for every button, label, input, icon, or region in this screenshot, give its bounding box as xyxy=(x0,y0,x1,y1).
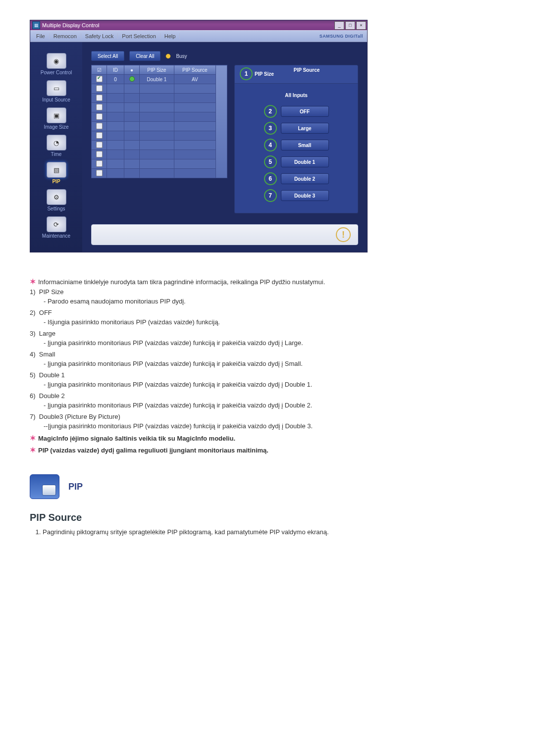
main-area: Select All Clear All Busy ☑ ID ● PIP Siz… xyxy=(82,42,367,252)
callout-4: 4 xyxy=(264,139,277,151)
brand-label: SAMSUNG DIGITall xyxy=(316,34,367,39)
time-icon: ◔ xyxy=(47,135,66,151)
option-small[interactable]: Small xyxy=(281,140,329,151)
table-row xyxy=(92,122,227,131)
table-row xyxy=(92,169,227,178)
col-check[interactable]: ☑ xyxy=(92,65,107,75)
table-row xyxy=(92,131,227,141)
col-pip-source: PIP Source xyxy=(174,65,215,75)
select-all-button[interactable]: Select All xyxy=(91,51,124,61)
menu-file[interactable]: File xyxy=(32,33,50,39)
sidebar: ◉ Power Control ▭ Input Source ▣ Image S… xyxy=(30,42,82,252)
table-row: 0 Double 1 AV xyxy=(92,75,227,84)
toolbar: Select All Clear All Busy xyxy=(91,51,358,61)
star-icon: ✶ xyxy=(30,446,36,454)
menubar: File Remocon Safety Lock Port Selection … xyxy=(30,30,367,42)
col-pip-size: PIP Size xyxy=(140,65,174,75)
sidebar-item-settings[interactable]: ⚙ Settings xyxy=(30,189,82,211)
sidebar-item-input-source[interactable]: ▭ Input Source xyxy=(30,80,82,102)
star-icon: ✶ xyxy=(30,277,36,286)
clear-all-button[interactable]: Clear All xyxy=(129,51,160,61)
warning-icon: ! xyxy=(336,227,351,242)
maximize-button[interactable]: □ xyxy=(345,21,355,30)
busy-indicator-icon xyxy=(165,53,171,59)
step-1: Pagrindinių piktogramų srityje spragtelė… xyxy=(43,528,505,536)
table-row xyxy=(92,94,227,103)
maintenance-icon: ⟳ xyxy=(47,216,66,232)
minimize-button[interactable]: _ xyxy=(334,21,344,30)
col-id: ID xyxy=(107,65,124,75)
image-size-icon: ▣ xyxy=(47,107,66,123)
option-off[interactable]: OFF xyxy=(281,106,329,117)
sidebar-item-pip[interactable]: ▧ PIP xyxy=(30,162,82,184)
right-panel: 1 PIP Size PIP Source All Inputs 2 OFF 3 xyxy=(234,65,358,213)
display-table: ☑ ID ● PIP Size PIP Source 0 Double 1 xyxy=(91,65,227,178)
option-double2[interactable]: Double 2 xyxy=(281,173,329,184)
table-row xyxy=(92,159,227,169)
pip-source-label: PIP Source xyxy=(294,67,320,80)
row-checkbox xyxy=(96,76,103,82)
callout-2: 2 xyxy=(264,105,277,118)
pip-size-label: PIP Size xyxy=(255,71,274,77)
titlebar[interactable]: ▦ Multiple Display Control _ □ × xyxy=(30,20,367,30)
close-button[interactable]: × xyxy=(356,21,366,30)
section-title: PIP Source xyxy=(30,512,505,523)
star-icon: ✶ xyxy=(30,434,36,442)
option-double3[interactable]: Double 3 xyxy=(281,190,329,201)
app-window: ▦ Multiple Display Control _ □ × File Re… xyxy=(30,20,368,252)
menu-safety-lock[interactable]: Safety Lock xyxy=(81,33,118,39)
callout-5: 5 xyxy=(264,155,277,168)
callout-6: 6 xyxy=(264,172,277,185)
sidebar-item-maintenance[interactable]: ⟳ Maintenance xyxy=(30,216,82,239)
sidebar-item-image-size[interactable]: ▣ Image Size xyxy=(30,107,82,130)
callout-3: 3 xyxy=(264,122,277,135)
menu-help[interactable]: Help xyxy=(160,33,180,39)
col-status: ● xyxy=(124,65,140,75)
pip-heading: PIP xyxy=(68,482,83,492)
scrollbar[interactable] xyxy=(216,65,227,178)
table-row xyxy=(92,141,227,150)
status-bar: ! xyxy=(91,224,358,245)
pip-icon: ▧ xyxy=(47,162,66,178)
callout-7: 7 xyxy=(264,189,277,202)
power-icon: ◉ xyxy=(47,53,66,69)
settings-icon: ⚙ xyxy=(47,189,66,205)
callout-1: 1 xyxy=(240,67,253,80)
table-row xyxy=(92,112,227,122)
table-row xyxy=(92,84,227,94)
input-icon: ▭ xyxy=(47,80,66,96)
all-inputs-label: All Inputs xyxy=(241,93,352,98)
pip-large-icon xyxy=(30,474,59,499)
busy-label: Busy xyxy=(176,53,187,59)
status-dot-icon xyxy=(129,76,135,82)
option-double1[interactable]: Double 1 xyxy=(281,156,329,167)
app-icon: ▦ xyxy=(32,21,40,29)
sidebar-item-time[interactable]: ◔ Time xyxy=(30,135,82,157)
table-row xyxy=(92,150,227,159)
option-large[interactable]: Large xyxy=(281,123,329,134)
sidebar-item-power-control[interactable]: ◉ Power Control xyxy=(30,53,82,75)
table-row xyxy=(92,103,227,112)
menu-remocon[interactable]: Remocon xyxy=(50,33,81,39)
menu-port-selection[interactable]: Port Selection xyxy=(118,33,160,39)
window-title: Multiple Display Control xyxy=(42,22,334,28)
doc-body: ✶Informaciniame tinklelyje nurodyta tam … xyxy=(30,277,505,536)
